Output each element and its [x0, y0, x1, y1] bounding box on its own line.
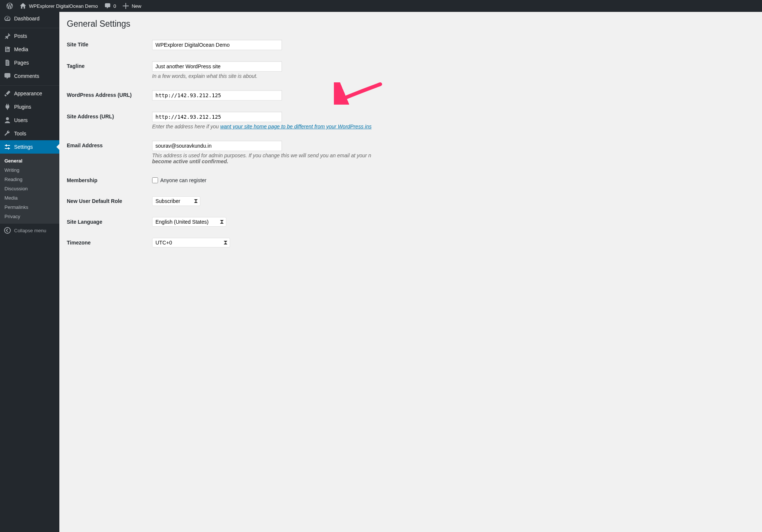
- dashboard-icon: [4, 15, 11, 22]
- field-label-site-url: Site Address (URL): [67, 106, 148, 135]
- sidebar-item-pages[interactable]: Pages: [0, 56, 59, 69]
- site-name-link[interactable]: WPExplorer DigitalOcean Demo: [16, 0, 101, 12]
- collapse-menu[interactable]: Collapse menu: [0, 224, 59, 237]
- sidebar-item-label: Settings: [14, 144, 33, 150]
- tagline-input[interactable]: [152, 61, 282, 72]
- plug-icon: [4, 103, 11, 111]
- sidebar-item-tools[interactable]: Tools: [0, 127, 59, 140]
- field-label-membership: Membership: [67, 170, 148, 191]
- wrench-icon: [4, 130, 11, 137]
- admin-bar: WPExplorer DigitalOcean Demo 0 New: [0, 0, 762, 12]
- submenu-item-media[interactable]: Media: [0, 193, 59, 203]
- sidebar-item-label: Tools: [14, 131, 26, 137]
- membership-checkbox[interactable]: [152, 177, 158, 183]
- sidebar-item-label: Plugins: [14, 104, 31, 110]
- content-area: General Settings Site Title Tagline In a…: [59, 12, 762, 268]
- submenu-item-permalinks[interactable]: Permalinks: [0, 203, 59, 212]
- field-label-wp-url: WordPress Address (URL): [67, 85, 148, 106]
- sidebar-item-posts[interactable]: Posts: [0, 29, 59, 43]
- sidebar-item-plugins[interactable]: Plugins: [0, 100, 59, 114]
- site-url-input[interactable]: [152, 112, 282, 122]
- submenu-item-reading[interactable]: Reading: [0, 175, 59, 184]
- page-icon: [4, 59, 11, 66]
- comment-icon: [4, 72, 11, 80]
- sidebar-item-label: Users: [14, 117, 28, 123]
- comment-icon: [104, 2, 111, 10]
- submenu-item-discussion[interactable]: Discussion: [0, 184, 59, 193]
- settings-form: Site Title Tagline In a few words, expla…: [67, 34, 755, 253]
- user-icon: [4, 116, 11, 124]
- submenu-item-general[interactable]: General: [0, 156, 59, 165]
- membership-checkbox-label[interactable]: Anyone can register: [152, 177, 751, 183]
- collapse-icon: [4, 227, 11, 234]
- field-label-tagline: Tagline: [67, 56, 148, 85]
- new-label: New: [132, 3, 141, 9]
- site-title-input[interactable]: [152, 40, 282, 50]
- svg-point-0: [4, 227, 10, 233]
- sidebar-item-label: Posts: [14, 33, 27, 39]
- default-role-select[interactable]: Subscriber: [152, 196, 200, 206]
- plus-icon: [122, 2, 129, 10]
- site-name-text: WPExplorer DigitalOcean Demo: [29, 3, 98, 9]
- site-url-help-link[interactable]: want your site home page to be different…: [220, 124, 372, 129]
- tagline-description: In a few words, explain what this site i…: [152, 73, 751, 79]
- menu-separator: [0, 84, 59, 86]
- home-icon: [19, 2, 27, 10]
- sidebar-item-appearance[interactable]: Appearance: [0, 87, 59, 100]
- wp-logo[interactable]: [3, 0, 16, 12]
- comments-count: 0: [114, 3, 116, 9]
- sidebar-item-media[interactable]: Media: [0, 43, 59, 56]
- field-label-default-role: New User Default Role: [67, 191, 148, 211]
- settings-submenu: General Writing Reading Discussion Media…: [0, 154, 59, 224]
- site-language-select[interactable]: English (United States): [152, 217, 226, 227]
- sidebar-item-label: Appearance: [14, 91, 42, 96]
- field-label-timezone: Timezone: [67, 232, 148, 253]
- admin-email-input[interactable]: [152, 141, 282, 151]
- comments-link[interactable]: 0: [101, 0, 119, 12]
- email-description: This address is used for admin purposes.…: [152, 152, 751, 164]
- sidebar-item-label: Pages: [14, 60, 29, 66]
- wp-url-input[interactable]: [152, 90, 282, 101]
- sidebar-item-label: Dashboard: [14, 16, 40, 22]
- brush-icon: [4, 90, 11, 97]
- timezone-select[interactable]: UTC+0: [152, 238, 230, 247]
- sliders-icon: [4, 143, 11, 151]
- sidebar-item-settings[interactable]: Settings: [0, 140, 59, 154]
- new-content-link[interactable]: New: [119, 0, 144, 12]
- field-label-email: Email Address: [67, 135, 148, 170]
- sidebar-item-dashboard[interactable]: Dashboard: [0, 12, 59, 25]
- submenu-item-privacy[interactable]: Privacy: [0, 212, 59, 221]
- sidebar-item-comments[interactable]: Comments: [0, 69, 59, 83]
- media-icon: [4, 46, 11, 53]
- page-title: General Settings: [67, 16, 755, 30]
- field-label-site-title: Site Title: [67, 34, 148, 56]
- wordpress-icon: [6, 2, 13, 10]
- sidebar-item-users[interactable]: Users: [0, 114, 59, 127]
- pin-icon: [4, 32, 11, 40]
- submenu-item-writing[interactable]: Writing: [0, 165, 59, 175]
- collapse-label: Collapse menu: [14, 228, 46, 233]
- site-url-description: Enter the address here if you want your …: [152, 124, 751, 129]
- admin-sidebar: Dashboard Posts Media Pages Comments App…: [0, 12, 59, 532]
- sidebar-item-label: Comments: [14, 73, 39, 79]
- menu-separator: [0, 26, 59, 28]
- sidebar-item-label: Media: [14, 46, 28, 52]
- field-label-language: Site Language: [67, 211, 148, 232]
